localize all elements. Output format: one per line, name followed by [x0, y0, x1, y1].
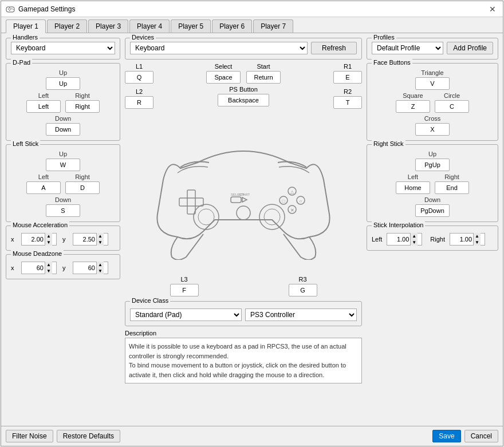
tab-player6[interactable]: Player 6	[212, 19, 252, 33]
rstick-left-label: Left	[408, 173, 418, 180]
stick-interp-controls: Left ▲ ▼ Right ▲	[372, 233, 493, 246]
square-button[interactable]: Z	[396, 100, 430, 113]
profiles-dropdown[interactable]: Default Profile	[372, 42, 443, 54]
select-start-section: Select Space Start Return PS Button Back…	[206, 63, 281, 106]
mouse-accel-y-up[interactable]: ▲	[97, 233, 104, 239]
rstick-right-button[interactable]: End	[435, 181, 469, 194]
dpad-down-button[interactable]: Down	[46, 123, 80, 136]
select-button[interactable]: Space	[206, 71, 241, 84]
start-item: Start Return	[246, 63, 281, 84]
interp-left-up[interactable]: ▲	[411, 233, 418, 239]
devices-label: Devices	[130, 34, 156, 41]
ps-button[interactable]: Backspace	[218, 94, 269, 106]
cross-button[interactable]: X	[415, 123, 450, 136]
save-button[interactable]: Save	[432, 430, 460, 442]
center-controls: L1 Q L2 R Select Space	[125, 63, 362, 109]
device-class-select1[interactable]: Standard (Pad)	[130, 308, 242, 321]
r1r2-section: R1 E R2 T	[333, 63, 362, 109]
device-class-label: Device Class	[130, 297, 170, 304]
rstick-right-label: Right	[444, 173, 459, 180]
rstick-left-item: Left Home	[396, 173, 430, 194]
interp-right-input[interactable]	[450, 236, 473, 243]
svg-rect-8	[179, 198, 203, 206]
cross-label: Cross	[424, 115, 441, 122]
mouse-accel-y-input[interactable]	[73, 236, 96, 243]
dpad-up-button[interactable]: Up	[46, 77, 80, 90]
description-label: Description	[125, 330, 362, 337]
lstick-down-button[interactable]: S	[46, 204, 80, 217]
select-start-row: Select Space Start Return	[206, 63, 281, 84]
window-title: Gamepad Settings	[18, 5, 75, 13]
tab-player3[interactable]: Player 3	[88, 19, 128, 33]
lstick-up-button[interactable]: W	[46, 159, 80, 171]
mouse-accel-y-down[interactable]: ▼	[97, 239, 104, 246]
svg-rect-1	[8, 9, 9, 10]
tab-player1[interactable]: Player 1	[6, 19, 46, 33]
lstick-right-button[interactable]: D	[65, 181, 100, 194]
dpad-right-button[interactable]: Right	[65, 100, 100, 113]
l2-button[interactable]: R	[125, 96, 153, 109]
restore-defaults-button[interactable]: Restore Defaults	[57, 430, 120, 442]
add-profile-button[interactable]: Add Profile	[447, 42, 493, 54]
cancel-button[interactable]: Cancel	[464, 430, 498, 442]
svg-marker-14	[242, 197, 247, 202]
handlers-label: Handlers	[11, 34, 40, 41]
svg-point-9	[194, 204, 219, 230]
circle-button[interactable]: C	[435, 100, 469, 113]
tab-player4[interactable]: Player 4	[129, 19, 170, 33]
mouse-deadzone-x-up[interactable]: ▲	[45, 262, 52, 268]
mouse-deadzone-y-up[interactable]: ▲	[97, 262, 104, 268]
l2-label: L2	[136, 88, 143, 95]
svg-rect-7	[187, 190, 195, 214]
interp-right-down[interactable]: ▼	[474, 239, 481, 246]
mouse-deadzone-x-label: x	[11, 264, 18, 271]
tabs-bar: Player 1 Player 2 Player 3 Player 4 Play…	[1, 17, 503, 33]
devices-dropdown[interactable]: Keyboard	[130, 42, 308, 54]
bottom-right-buttons: Save Cancel	[432, 430, 498, 442]
tab-player5[interactable]: Player 5	[171, 19, 211, 33]
triangle-label: Triangle	[421, 69, 443, 76]
handlers-group: Handlers Keyboard	[6, 38, 120, 60]
svg-point-5	[11, 8, 12, 9]
start-button[interactable]: Return	[246, 71, 281, 84]
interp-left-input[interactable]	[387, 236, 410, 243]
mouse-accel-x-up[interactable]: ▲	[45, 233, 52, 239]
mouse-accel-x-down[interactable]: ▼	[45, 239, 52, 246]
mouse-deadzone-x-down[interactable]: ▼	[45, 268, 52, 274]
r2-label: R2	[344, 88, 352, 95]
device-class-row: Standard (Pad) PS3 Controller	[130, 308, 357, 321]
close-button[interactable]: ✕	[487, 5, 498, 14]
handlers-dropdown[interactable]: Keyboard	[11, 42, 115, 54]
mouse-deadzone-y-input[interactable]	[73, 264, 96, 271]
l3-button[interactable]: F	[170, 284, 199, 296]
interp-left-down[interactable]: ▼	[411, 239, 418, 246]
controller-image: △ □ ○ ✕ SELECT	[125, 111, 362, 271]
rstick-up-button[interactable]: PgUp	[415, 159, 450, 171]
svg-text:△: △	[290, 189, 294, 195]
r1-button[interactable]: E	[333, 71, 362, 84]
r3-label: R3	[298, 276, 306, 283]
mouse-deadzone-x-input[interactable]	[22, 264, 45, 271]
r2-button[interactable]: T	[333, 96, 362, 109]
filter-noise-button[interactable]: Filter Noise	[6, 430, 53, 442]
svg-rect-3	[9, 10, 10, 11]
bottom-left-buttons: Filter Noise Restore Defaults	[6, 430, 120, 442]
tab-player7[interactable]: Player 7	[253, 19, 293, 33]
mouse-accel-x-btns: ▲ ▼	[45, 233, 52, 246]
rstick-down-button[interactable]: PgDown	[415, 204, 450, 217]
tab-player2[interactable]: Player 2	[47, 19, 87, 33]
mouse-accel-x-input[interactable]	[22, 236, 45, 243]
l1-button[interactable]: Q	[125, 71, 153, 84]
interp-right-up[interactable]: ▲	[474, 233, 481, 239]
svg-rect-4	[10, 9, 11, 10]
refresh-button[interactable]: Refresh	[311, 42, 357, 54]
rstick-left-button[interactable]: Home	[396, 181, 430, 194]
r3-button[interactable]: G	[289, 284, 317, 296]
mouse-deadzone-y-down[interactable]: ▼	[97, 268, 104, 274]
l2-item: L2 R	[125, 88, 153, 109]
triangle-button[interactable]: V	[415, 77, 450, 90]
device-class-select2[interactable]: PS3 Controller	[245, 308, 357, 321]
dpad-left-button[interactable]: Left	[26, 100, 61, 113]
svg-text:□: □	[282, 199, 285, 204]
lstick-left-button[interactable]: A	[26, 181, 61, 194]
